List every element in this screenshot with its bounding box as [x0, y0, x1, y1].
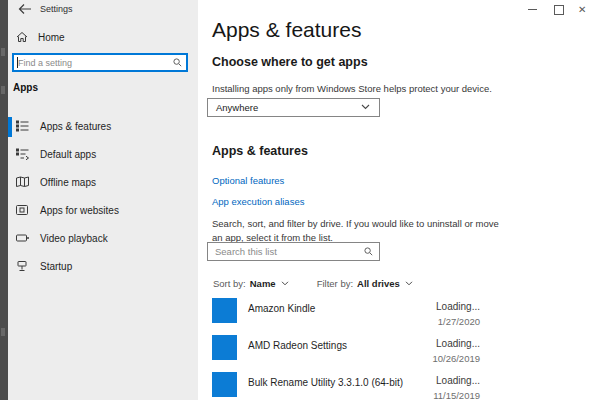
titlebar: Settings [8, 0, 198, 22]
sidebar-item-startup[interactable]: Startup [8, 255, 198, 279]
offline-maps-icon [16, 176, 29, 188]
settings-sidebar: Settings Home Apps Apps & features Defau… [8, 0, 198, 400]
sidebar-item-label: Video playback [40, 233, 108, 244]
apps-features-section-heading: Apps & features [212, 144, 308, 158]
app-install-date: 1/27/2020 [438, 316, 480, 327]
search-icon[interactable] [364, 247, 373, 256]
search-icon[interactable] [173, 58, 182, 67]
app-install-date: 10/26/2019 [432, 353, 480, 364]
get-apps-dropdown[interactable]: Anywhere [207, 98, 380, 117]
sidebar-item-label: Startup [40, 261, 72, 272]
app-size-status: Loading... [436, 301, 480, 312]
sidebar-item-home[interactable]: Home [8, 28, 198, 48]
background-window-edge [0, 0, 8, 400]
app-execution-aliases-link[interactable]: App execution aliases [212, 196, 304, 207]
close-button[interactable]: ✕ [574, 0, 596, 20]
sort-by-label: Sort by: [213, 278, 246, 289]
background-window-artifact [1, 48, 5, 56]
sort-by-value: Name [250, 278, 276, 289]
search-this-list-box[interactable] [207, 242, 380, 261]
close-icon: ✕ [578, 3, 586, 17]
minimize-icon [528, 9, 537, 10]
optional-features-link[interactable]: Optional features [212, 175, 284, 186]
app-name: Amazon Kindle [248, 303, 315, 314]
maximize-button[interactable] [548, 0, 570, 20]
app-list-item[interactable]: Bulk Rename Utility 3.3.1.0 (64-bit) Loa… [198, 372, 600, 400]
sidebar-item-label: Default apps [40, 149, 96, 160]
sort-by-dropdown[interactable]: Sort by: Name [213, 278, 289, 289]
back-button[interactable] [18, 3, 34, 17]
startup-icon [16, 260, 28, 272]
app-tile-icon [212, 298, 237, 323]
apps-list-description: Search, sort, and filter by drive. If yo… [212, 217, 506, 245]
find-setting-searchbox[interactable] [12, 53, 188, 72]
chevron-down-icon [281, 281, 289, 286]
sidebar-item-label: Home [38, 32, 65, 43]
sidebar-item-default-apps[interactable]: Default apps [8, 143, 198, 167]
window-title: Settings [40, 4, 73, 14]
filter-by-label: Filter by: [317, 278, 353, 289]
sidebar-item-offline-maps[interactable]: Offline maps [8, 171, 198, 195]
app-tile-icon [212, 372, 237, 397]
page-title: Apps & features [212, 18, 361, 42]
sidebar-section-label: Apps [13, 82, 38, 93]
chevron-down-icon [405, 281, 413, 286]
background-window-artifact [1, 328, 5, 336]
filter-by-value: All drives [357, 278, 400, 289]
sidebar-item-apps-features[interactable]: Apps & features [8, 115, 198, 139]
app-list-item[interactable]: AMD Radeon Settings Loading... 10/26/201… [198, 335, 600, 369]
sidebar-item-label: Offline maps [40, 177, 96, 188]
apps-for-websites-icon [16, 204, 28, 216]
minimize-button[interactable] [522, 0, 544, 20]
home-icon [16, 31, 28, 43]
app-list-item[interactable]: Amazon Kindle Loading... 1/27/2020 [198, 298, 600, 332]
app-tile-icon [212, 335, 237, 360]
find-setting-input[interactable] [18, 55, 158, 70]
background-window-artifact [1, 86, 5, 94]
main-content: ✕ Apps & features Choose where to get ap… [198, 0, 600, 400]
app-size-status: Loading... [436, 338, 480, 349]
video-playback-icon [16, 232, 30, 244]
search-list-input[interactable] [215, 244, 350, 258]
selected-accent-bar [8, 117, 12, 137]
window-controls: ✕ [510, 0, 600, 20]
app-install-date: 11/15/2019 [433, 390, 480, 400]
get-apps-heading: Choose where to get apps [212, 55, 368, 69]
sort-filter-bar: Sort by: Name Filter by: All drives [213, 277, 413, 289]
chevron-down-icon [361, 104, 370, 110]
maximize-icon [554, 5, 564, 15]
default-apps-icon [16, 148, 29, 160]
app-size-status: Loading... [436, 375, 480, 386]
sidebar-item-label: Apps & features [40, 121, 111, 132]
get-apps-description: Installing apps only from Windows Store … [212, 83, 492, 94]
sidebar-item-video-playback[interactable]: Video playback [8, 227, 198, 251]
dropdown-value: Anywhere [216, 102, 258, 113]
app-name: Bulk Rename Utility 3.3.1.0 (64-bit) [248, 377, 403, 388]
sidebar-item-apps-for-websites[interactable]: Apps for websites [8, 199, 198, 223]
filter-by-dropdown[interactable]: Filter by: All drives [317, 278, 413, 289]
app-name: AMD Radeon Settings [248, 340, 347, 351]
apps-features-icon [16, 120, 29, 132]
sidebar-item-label: Apps for websites [40, 205, 119, 216]
